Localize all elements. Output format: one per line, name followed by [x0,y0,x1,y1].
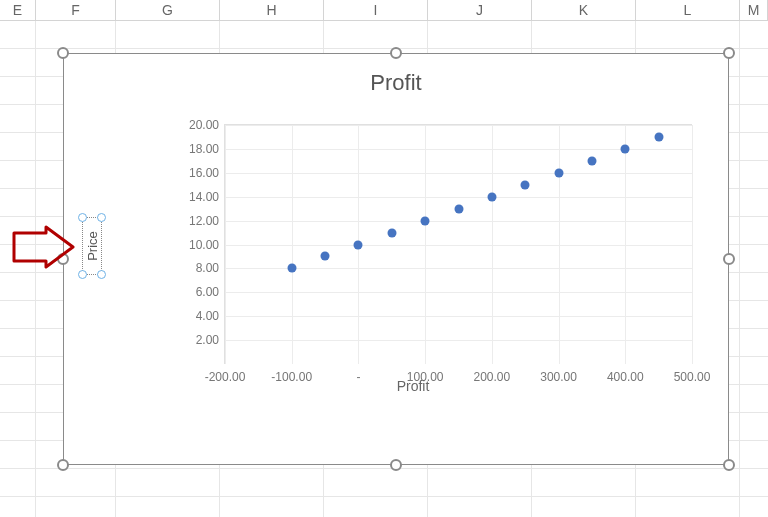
y-tick-label: 2.00 [196,333,225,347]
y-tick-label: 20.00 [189,118,225,132]
column-header-K[interactable]: K [532,0,636,21]
v-gridline [292,125,293,364]
resize-handle-bottom-right[interactable] [723,459,735,471]
resize-handle-left[interactable] [57,253,69,265]
h-gridline [225,221,692,222]
plot-inner: 20.0018.0016.0014.0012.0010.008.006.004.… [224,124,692,364]
plot-area[interactable]: 20.0018.0016.0014.0012.0010.008.006.004.… [114,114,712,402]
h-gridline [225,316,692,317]
h-gridline [225,292,692,293]
column-header-M[interactable]: M [740,0,768,21]
y-tick-label: 16.00 [189,166,225,180]
data-point[interactable] [621,144,630,153]
data-point[interactable] [454,204,463,213]
data-point[interactable] [354,240,363,249]
column-header-G[interactable]: G [116,0,220,21]
v-gridline [225,125,226,364]
column-header-E[interactable]: E [0,0,36,21]
v-gridline [559,125,560,364]
resize-handle-top-left[interactable] [57,47,69,59]
y-axis-title-box[interactable]: Price [82,217,102,275]
y-tick-label: 12.00 [189,214,225,228]
resize-handle-bottom-left[interactable] [57,459,69,471]
y-tick-label: 8.00 [196,261,225,275]
data-point[interactable] [587,156,596,165]
h-gridline [225,245,692,246]
column-headers: E F G H I J K L M [0,0,768,21]
resize-handle-right[interactable] [723,253,735,265]
axis-title-handle-bl[interactable] [78,270,87,279]
column-header-I[interactable]: I [324,0,428,21]
column-header-F[interactable]: F [36,0,116,21]
data-point[interactable] [521,180,530,189]
y-tick-label: 18.00 [189,142,225,156]
data-point[interactable] [487,192,496,201]
axis-title-handle-tl[interactable] [78,213,87,222]
h-gridline [225,173,692,174]
y-tick-label: 14.00 [189,190,225,204]
x-axis-title[interactable]: Profit [114,378,712,394]
resize-handle-bottom[interactable] [390,459,402,471]
axis-title-handle-br[interactable] [97,270,106,279]
data-point[interactable] [421,216,430,225]
resize-handle-top[interactable] [390,47,402,59]
v-gridline [492,125,493,364]
y-tick-label: 6.00 [196,285,225,299]
data-point[interactable] [554,168,563,177]
data-point[interactable] [654,132,663,141]
v-gridline [625,125,626,364]
resize-handle-top-right[interactable] [723,47,735,59]
h-gridline [225,197,692,198]
y-tick-label: 10.00 [189,238,225,252]
y-tick-label: 4.00 [196,309,225,323]
v-gridline [692,125,693,364]
data-point[interactable] [287,264,296,273]
h-gridline [225,125,692,126]
column-header-J[interactable]: J [428,0,532,21]
v-gridline [425,125,426,364]
chart-object[interactable]: Profit 20.0018.0016.0014.0012.0010.008.0… [63,53,729,465]
data-point[interactable] [387,228,396,237]
h-gridline [225,340,692,341]
axis-title-handle-tr[interactable] [97,213,106,222]
column-header-H[interactable]: H [220,0,324,21]
y-axis-title[interactable]: Price [85,231,100,261]
chart-title[interactable]: Profit [64,70,728,96]
data-point[interactable] [321,252,330,261]
column-header-L[interactable]: L [636,0,740,21]
